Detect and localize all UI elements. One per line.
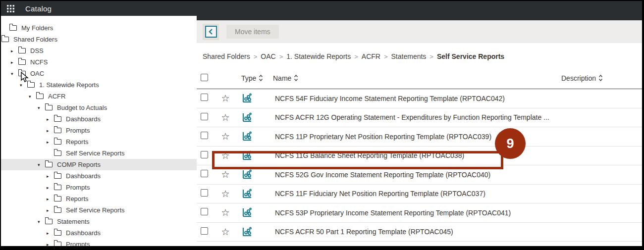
tree-item-b2a-prompts[interactable]: Prompts bbox=[1, 125, 197, 136]
tree-item-label: COMP Reports bbox=[57, 161, 101, 168]
row-checkbox[interactable] bbox=[201, 227, 208, 235]
row-checkbox[interactable] bbox=[201, 151, 208, 158]
favorite-star-icon[interactable] bbox=[221, 227, 229, 237]
favorite-star-icon[interactable] bbox=[221, 151, 229, 160]
breadcrumb-statements[interactable]: Statements bbox=[391, 52, 427, 60]
tree-item-label: Prompts bbox=[66, 184, 90, 191]
row-checkbox[interactable] bbox=[201, 208, 208, 215]
favorite-star-icon[interactable] bbox=[221, 113, 229, 122]
tree-item-statements-dashboards[interactable]: Dashboards bbox=[1, 227, 197, 239]
breadcrumb-oac[interactable]: OAC bbox=[261, 52, 275, 60]
breadcrumb-separator: > bbox=[384, 53, 388, 60]
favorite-star-icon[interactable] bbox=[221, 94, 229, 103]
global-header: Catalog bbox=[1, 1, 642, 16]
column-header-name[interactable]: Name bbox=[273, 74, 298, 82]
favorite-star-icon[interactable] bbox=[221, 170, 229, 179]
tree-item-budget-to-actuals[interactable]: Budget to Actuals bbox=[1, 102, 197, 113]
row-checkbox[interactable] bbox=[201, 170, 208, 177]
collapse-arrow-icon[interactable] bbox=[47, 231, 54, 236]
expand-arrow-icon[interactable] bbox=[11, 71, 18, 76]
tree-item-statements[interactable]: Statements bbox=[1, 216, 197, 227]
table-row: NCFS ACFR 12G Operating Statement - Expe… bbox=[197, 108, 642, 128]
tree-item-label: Reports bbox=[66, 138, 89, 146]
breadcrumb-separator: > bbox=[354, 53, 358, 60]
column-header-label: Description bbox=[561, 74, 596, 82]
tree-item-b2a-reports[interactable]: Reports bbox=[1, 136, 197, 148]
folder-icon bbox=[54, 242, 61, 246]
analysis-type-icon bbox=[242, 169, 252, 180]
collapse-arrow-icon[interactable] bbox=[11, 60, 18, 65]
tree-item-acfr[interactable]: ACFR bbox=[1, 91, 197, 102]
analysis-type-icon bbox=[242, 150, 252, 161]
catalog-window: Catalog My Folders Shared Folders DSS NC… bbox=[1, 1, 642, 246]
collapse-arrow-icon[interactable] bbox=[47, 197, 54, 201]
tree-item-label: NCFS bbox=[30, 58, 48, 66]
column-header-description[interactable]: Description bbox=[561, 74, 603, 82]
report-name-link[interactable]: NCFS ACFR 50 Part 1 Reporting Template (… bbox=[269, 228, 561, 236]
report-name-link[interactable]: NCFS 11F Fiduciary Net Position Reportin… bbox=[269, 190, 561, 198]
tree-item-statements-prompts[interactable]: Prompts bbox=[1, 239, 197, 246]
tree-item-b2a-self-service-reports[interactable]: Self Service Reports bbox=[1, 148, 197, 159]
sort-icon bbox=[259, 74, 263, 82]
tree-item-statewide-reports[interactable]: 1. Statewide Reports bbox=[1, 79, 197, 91]
folder-icon bbox=[45, 105, 53, 110]
collapse-arrow-icon[interactable] bbox=[47, 242, 54, 247]
collapse-arrow-icon[interactable] bbox=[47, 208, 54, 213]
analysis-type-icon bbox=[242, 207, 252, 218]
expand-arrow-icon[interactable] bbox=[38, 162, 45, 167]
report-name-link[interactable]: NCFS 54F Fiduciary Income Statement Repo… bbox=[269, 95, 561, 102]
collapse-arrow-icon[interactable] bbox=[47, 140, 54, 145]
row-checkbox[interactable] bbox=[201, 94, 208, 101]
tree-item-label: OAC bbox=[30, 70, 44, 77]
report-name-link[interactable]: NCFS 53P Proprietary Income Statement Re… bbox=[269, 209, 561, 217]
favorite-star-icon[interactable] bbox=[221, 189, 229, 199]
select-all-checkbox[interactable] bbox=[201, 74, 208, 81]
tree-item-comp-reports-sub[interactable]: Reports bbox=[1, 193, 197, 204]
row-checkbox[interactable] bbox=[201, 189, 208, 197]
collapse-arrow-icon[interactable] bbox=[47, 174, 54, 179]
tree-item-ncfs[interactable]: NCFS bbox=[1, 56, 197, 68]
expand-arrow-icon[interactable] bbox=[20, 83, 27, 88]
collapse-arrow-icon[interactable] bbox=[47, 117, 54, 122]
breadcrumb-statewide-reports[interactable]: 1. Statewide Reports bbox=[286, 52, 351, 60]
breadcrumb-acfr[interactable]: ACFR bbox=[362, 52, 380, 60]
tree-item-my-folders[interactable]: My Folders bbox=[1, 22, 197, 34]
breadcrumb-shared-folders[interactable]: Shared Folders bbox=[203, 52, 250, 60]
expand-arrow-icon[interactable] bbox=[38, 105, 45, 110]
favorite-star-icon[interactable] bbox=[221, 208, 229, 217]
sort-icon bbox=[294, 74, 298, 82]
tree-item-b2a-dashboards[interactable]: Dashboards bbox=[1, 113, 197, 125]
report-name-link[interactable]: NCFS ACFR 12G Operating Statement - Expe… bbox=[269, 113, 561, 121]
folder-icon bbox=[27, 82, 35, 88]
tree-item-label: Dashboards bbox=[66, 172, 101, 180]
collapse-arrow-icon[interactable] bbox=[47, 185, 54, 190]
tree-item-comp-reports[interactable]: COMP Reports bbox=[1, 159, 197, 170]
tree-item-oac[interactable]: OAC bbox=[1, 68, 197, 79]
report-name-link[interactable]: NCFS 52G Gov Income Statement Reporting … bbox=[269, 171, 561, 179]
row-checkbox[interactable] bbox=[201, 113, 208, 120]
tree-item-comp-dashboards[interactable]: Dashboards bbox=[1, 170, 197, 182]
panel-top-strip bbox=[197, 16, 642, 20]
back-button-tile bbox=[203, 24, 219, 40]
folder-icon bbox=[54, 150, 61, 156]
back-button[interactable] bbox=[205, 26, 217, 38]
collapse-arrow-icon[interactable] bbox=[11, 49, 18, 53]
tree-item-shared-folders[interactable]: Shared Folders bbox=[1, 34, 197, 45]
expand-arrow-icon[interactable] bbox=[29, 94, 36, 99]
collapse-arrow-icon[interactable] bbox=[47, 128, 54, 133]
tree-item-comp-self-service-reports[interactable]: Self Service Reports bbox=[1, 204, 197, 216]
favorite-star-icon[interactable] bbox=[221, 132, 229, 141]
tree-item-label: Prompts bbox=[66, 127, 90, 134]
analysis-type-icon bbox=[242, 227, 252, 237]
tree-item-label: Shared Folders bbox=[13, 36, 57, 43]
tree-item-dss[interactable]: DSS bbox=[1, 45, 197, 56]
row-checkbox[interactable] bbox=[201, 132, 208, 139]
breadcrumb: Shared Folders>OAC>1. Statewide Reports>… bbox=[197, 43, 642, 67]
move-items-button[interactable]: Move items bbox=[226, 25, 279, 39]
tree-item-comp-prompts[interactable]: Prompts bbox=[1, 182, 197, 193]
column-header-label: Name bbox=[273, 74, 291, 82]
column-header-type[interactable]: Type bbox=[241, 74, 263, 82]
app-launcher-grid-icon[interactable] bbox=[7, 5, 14, 12]
folder-icon bbox=[18, 59, 26, 65]
expand-arrow-icon[interactable] bbox=[38, 219, 45, 224]
